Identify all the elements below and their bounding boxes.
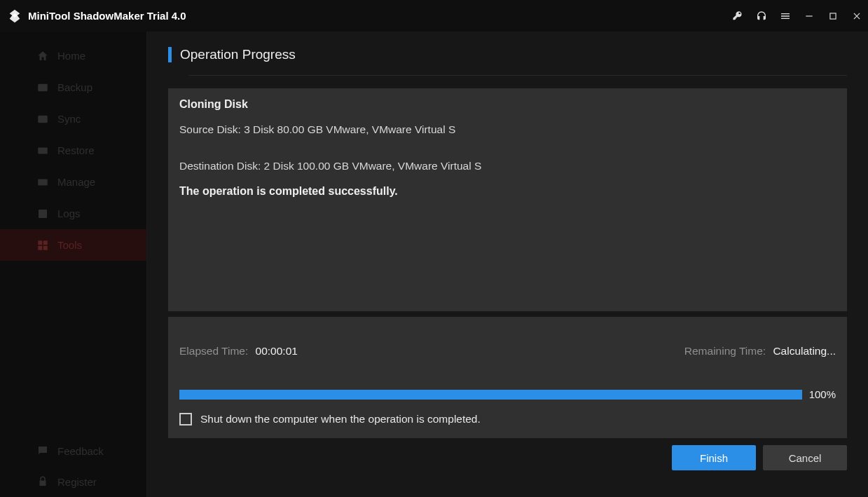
- sidebar-item-label: Tools: [57, 239, 82, 251]
- svg-rect-1: [830, 13, 836, 18]
- operation-info-panel: Cloning Disk Source Disk: 3 Disk 80.00 G…: [168, 88, 847, 311]
- sidebar-item-home[interactable]: Home: [0, 40, 146, 72]
- sync-icon: [36, 113, 49, 125]
- restore-icon: [36, 144, 49, 157]
- sidebar-item-label: Feedback: [57, 445, 104, 457]
- elapsed-label: Elapsed Time:: [179, 345, 248, 357]
- svg-rect-2: [38, 83, 48, 91]
- app-logo-icon: [7, 8, 22, 24]
- svg-rect-8: [43, 240, 48, 245]
- tools-icon: [36, 239, 49, 252]
- maximize-icon[interactable]: [827, 11, 839, 22]
- progress-panel: Elapsed Time: 00:00:01 Remaining Time: C…: [168, 317, 847, 438]
- sidebar-item-label: Logs: [57, 207, 81, 219]
- remaining-label: Remaining Time:: [684, 345, 766, 357]
- operation-title: Cloning Disk: [179, 98, 836, 111]
- sidebar-item-label: Home: [57, 50, 85, 62]
- sidebar-item-backup[interactable]: Backup: [0, 72, 146, 103]
- sidebar-item-manage[interactable]: Manage: [0, 166, 146, 198]
- sidebar-item-label: Restore: [57, 144, 95, 156]
- titlebar: MiniTool ShadowMaker Trial 4.0: [0, 0, 868, 32]
- svg-rect-7: [38, 240, 42, 245]
- source-disk-line: Source Disk: 3 Disk 80.00 GB VMware, VMw…: [179, 123, 836, 136]
- svg-rect-0: [806, 15, 812, 16]
- divider: [189, 75, 847, 76]
- svg-rect-10: [43, 245, 48, 250]
- success-message: The operation is completed successfully.: [179, 185, 836, 198]
- sidebar-item-register[interactable]: Register: [0, 466, 146, 497]
- finish-button-label: Finish: [700, 452, 728, 464]
- manage-icon: [36, 176, 49, 189]
- sidebar-item-tools[interactable]: Tools: [0, 229, 146, 261]
- key-icon[interactable]: [732, 11, 743, 22]
- sidebar-item-restore[interactable]: Restore: [0, 135, 146, 166]
- sidebar-item-label: Register: [57, 476, 97, 488]
- shutdown-checkbox[interactable]: [179, 413, 192, 425]
- sidebar: Home Backup Sync Restore Manage Logs Too…: [0, 32, 147, 497]
- title-actions: [732, 11, 862, 22]
- sidebar-item-logs[interactable]: Logs: [0, 198, 146, 229]
- close-icon[interactable]: [851, 11, 862, 22]
- remaining-value: Calculating...: [773, 345, 836, 357]
- destination-disk-line: Destination Disk: 2 Disk 100.00 GB VMwar…: [179, 160, 836, 172]
- svg-rect-4: [38, 147, 48, 154]
- headphones-icon[interactable]: [756, 11, 767, 22]
- sidebar-item-label: Sync: [57, 113, 81, 125]
- progress-bar: [179, 390, 802, 400]
- svg-rect-5: [38, 179, 48, 185]
- sidebar-item-label: Manage: [57, 176, 95, 188]
- cancel-button[interactable]: Cancel: [763, 445, 847, 470]
- accent-bar: [168, 47, 172, 62]
- progress-percent: 100%: [809, 388, 836, 400]
- finish-button[interactable]: Finish: [672, 445, 756, 470]
- backup-icon: [36, 81, 49, 94]
- cancel-button-label: Cancel: [789, 452, 822, 464]
- feedback-icon: [36, 444, 49, 457]
- logs-icon: [36, 207, 49, 220]
- menu-icon[interactable]: [780, 11, 791, 22]
- sidebar-item-feedback[interactable]: Feedback: [0, 435, 146, 466]
- shutdown-checkbox-label: Shut down the computer when the operatio…: [200, 413, 481, 425]
- svg-rect-3: [38, 115, 48, 123]
- home-icon: [36, 50, 49, 62]
- svg-rect-6: [39, 210, 47, 218]
- sidebar-item-label: Backup: [57, 81, 92, 93]
- content-area: Operation Progress Cloning Disk Source D…: [147, 32, 868, 497]
- sidebar-item-sync[interactable]: Sync: [0, 103, 146, 135]
- page-title: Operation Progress: [180, 47, 296, 62]
- lock-icon: [36, 475, 49, 488]
- elapsed-value: 00:00:01: [256, 345, 298, 357]
- app-title: MiniTool ShadowMaker Trial 4.0: [28, 10, 186, 22]
- minimize-icon[interactable]: [804, 11, 815, 22]
- svg-rect-9: [38, 245, 42, 250]
